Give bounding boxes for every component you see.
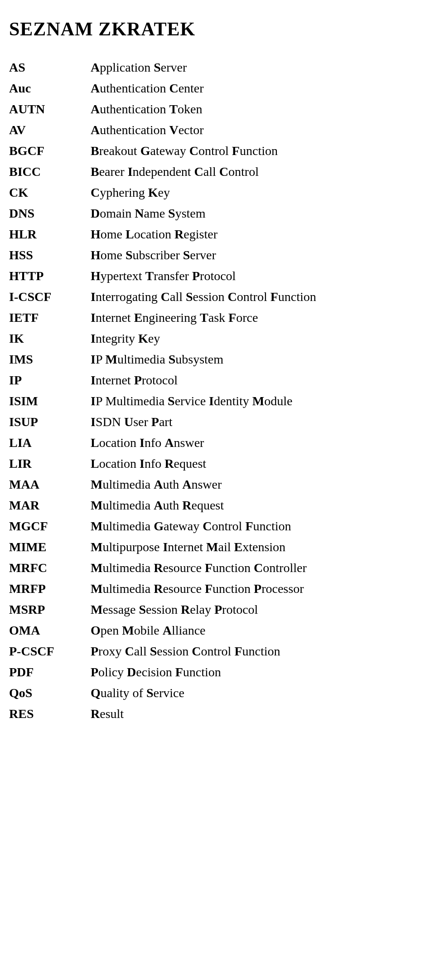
- list-item: PDFPolicy Decision Function: [9, 663, 421, 682]
- abbreviation-key: MGCF: [9, 517, 91, 536]
- list-item: ISUPISDN User Part: [9, 412, 421, 432]
- list-item: MIMEMultipurpose Internet Mail Extension: [9, 538, 421, 557]
- abbreviation-definition: Result: [91, 704, 421, 723]
- abbreviation-key: QoS: [9, 684, 91, 703]
- list-item: IMSIP Multimedia Subsystem: [9, 350, 421, 369]
- list-item: CKCyphering Key: [9, 183, 421, 202]
- abbreviation-key: CK: [9, 183, 91, 202]
- abbreviation-key: HSS: [9, 246, 91, 265]
- list-item: HSSHome Subscriber Server: [9, 246, 421, 265]
- abbreviation-key: ISIM: [9, 392, 91, 411]
- abbreviation-definition: Message Session Relay Protocol: [91, 600, 421, 619]
- list-item: ISIMIP Multimedia Service Identity Modul…: [9, 392, 421, 411]
- abbreviation-key: OMA: [9, 621, 91, 640]
- abbreviation-definition: Internet Protocol: [91, 371, 421, 390]
- abbreviation-definition: Multimedia Gateway Control Function: [91, 517, 421, 536]
- list-item: BGCFBreakout Gateway Control Function: [9, 141, 421, 160]
- list-item: HLRHome Location Register: [9, 225, 421, 244]
- abbreviation-definition: Multimedia Resource Function Controller: [91, 558, 421, 577]
- abbreviation-definition: Authentication Vector: [91, 121, 421, 140]
- list-item: IPInternet Protocol: [9, 371, 421, 390]
- abbreviation-key: LIA: [9, 433, 91, 452]
- abbreviation-key: AUTN: [9, 100, 91, 119]
- abbreviation-definition: Multimedia Auth Request: [91, 496, 421, 515]
- abbreviation-key: DNS: [9, 204, 91, 223]
- abbreviation-definition: Application Server: [91, 58, 421, 77]
- abbreviation-key: LIR: [9, 454, 91, 473]
- abbreviation-list: ASApplication ServerAucAuthentication Ce…: [9, 58, 421, 723]
- list-item: ASApplication Server: [9, 58, 421, 77]
- list-item: IETFInternet Engineering Task Force: [9, 308, 421, 327]
- abbreviation-definition: Breakout Gateway Control Function: [91, 141, 421, 160]
- abbreviation-definition: Location Info Request: [91, 454, 421, 473]
- list-item: I-CSCFInterrogating Call Session Control…: [9, 287, 421, 306]
- abbreviation-key: MIME: [9, 538, 91, 557]
- abbreviation-definition: ISDN User Part: [91, 412, 421, 432]
- abbreviation-key: I-CSCF: [9, 287, 91, 306]
- abbreviation-key: P-CSCF: [9, 642, 91, 661]
- list-item: MARMultimedia Auth Request: [9, 496, 421, 515]
- list-item: IKIntegrity Key: [9, 329, 421, 348]
- abbreviation-definition: Location Info Answer: [91, 433, 421, 452]
- abbreviation-key: AS: [9, 58, 91, 77]
- list-item: QoSQuality of Service: [9, 684, 421, 703]
- abbreviation-definition: Internet Engineering Task Force: [91, 308, 421, 327]
- list-item: MRFPMultimedia Resource Function Process…: [9, 579, 421, 598]
- abbreviation-key: MRFP: [9, 579, 91, 598]
- abbreviation-definition: Integrity Key: [91, 329, 421, 348]
- list-item: AUTNAuthentication Token: [9, 100, 421, 119]
- abbreviation-key: BICC: [9, 162, 91, 181]
- abbreviation-definition: Interrogating Call Session Control Funct…: [91, 287, 421, 306]
- abbreviation-definition: Domain Name System: [91, 204, 421, 223]
- list-item: P-CSCFProxy Call Session Control Functio…: [9, 642, 421, 661]
- abbreviation-key: HTTP: [9, 267, 91, 286]
- abbreviation-key: BGCF: [9, 141, 91, 160]
- abbreviation-definition: Multimedia Resource Function Processor: [91, 579, 421, 598]
- abbreviation-key: IP: [9, 371, 91, 390]
- abbreviation-definition: IP Multimedia Service Identity Module: [91, 392, 421, 411]
- list-item: MRFCMultimedia Resource Function Control…: [9, 558, 421, 577]
- page-title: SEZNAM ZKRATEK: [9, 18, 421, 40]
- abbreviation-definition: Hypertext Transfer Protocol: [91, 267, 421, 286]
- abbreviation-definition: Bearer Independent Call Control: [91, 162, 421, 181]
- abbreviation-key: Auc: [9, 79, 91, 98]
- abbreviation-key: IETF: [9, 308, 91, 327]
- abbreviation-key: AV: [9, 121, 91, 140]
- abbreviation-definition: Authentication Center: [91, 79, 421, 98]
- abbreviation-definition: Authentication Token: [91, 100, 421, 119]
- list-item: LIALocation Info Answer: [9, 433, 421, 452]
- abbreviation-key: IMS: [9, 350, 91, 369]
- abbreviation-key: MSRP: [9, 600, 91, 619]
- abbreviation-key: MAA: [9, 475, 91, 494]
- list-item: OMAOpen Mobile Alliance: [9, 621, 421, 640]
- abbreviation-definition: Policy Decision Function: [91, 663, 421, 682]
- abbreviation-key: HLR: [9, 225, 91, 244]
- list-item: MSRPMessage Session Relay Protocol: [9, 600, 421, 619]
- list-item: DNSDomain Name System: [9, 204, 421, 223]
- list-item: MGCFMultimedia Gateway Control Function: [9, 517, 421, 536]
- abbreviation-definition: Proxy Call Session Control Function: [91, 642, 421, 661]
- abbreviation-definition: Home Subscriber Server: [91, 246, 421, 265]
- abbreviation-key: RES: [9, 704, 91, 723]
- abbreviation-definition: Multipurpose Internet Mail Extension: [91, 538, 421, 557]
- abbreviation-key: IK: [9, 329, 91, 348]
- abbreviation-key: MAR: [9, 496, 91, 515]
- list-item: HTTPHypertext Transfer Protocol: [9, 267, 421, 286]
- list-item: BICCBearer Independent Call Control: [9, 162, 421, 181]
- abbreviation-key: PDF: [9, 663, 91, 682]
- abbreviation-definition: IP Multimedia Subsystem: [91, 350, 421, 369]
- abbreviation-key: MRFC: [9, 558, 91, 577]
- list-item: MAAMultimedia Auth Answer: [9, 475, 421, 494]
- abbreviation-definition: Cyphering Key: [91, 183, 421, 202]
- abbreviation-definition: Quality of Service: [91, 684, 421, 703]
- list-item: AVAuthentication Vector: [9, 121, 421, 140]
- list-item: AucAuthentication Center: [9, 79, 421, 98]
- list-item: RESResult: [9, 704, 421, 723]
- abbreviation-definition: Multimedia Auth Answer: [91, 475, 421, 494]
- abbreviation-definition: Home Location Register: [91, 225, 421, 244]
- list-item: LIRLocation Info Request: [9, 454, 421, 473]
- abbreviation-key: ISUP: [9, 412, 91, 432]
- abbreviation-definition: Open Mobile Alliance: [91, 621, 421, 640]
